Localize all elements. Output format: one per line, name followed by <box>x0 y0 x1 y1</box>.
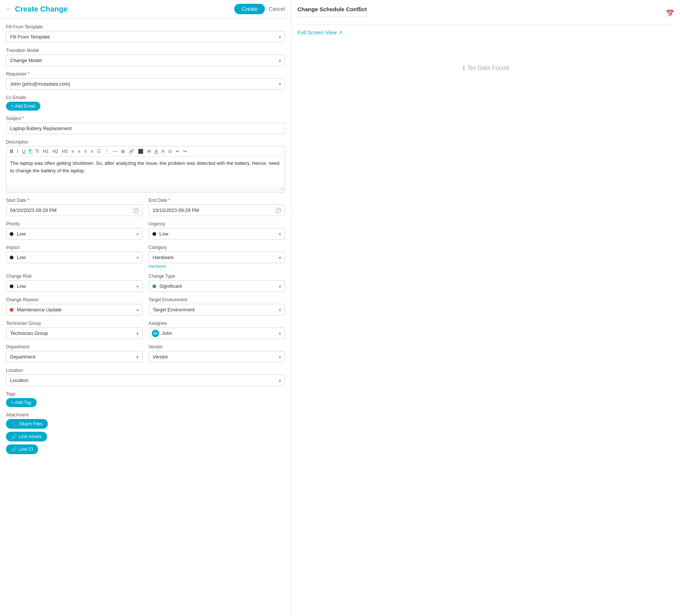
align-center-button[interactable]: ≡ <box>76 148 82 155</box>
calendar-icon[interactable]: 📅 <box>666 9 674 18</box>
assignee-group: Assignee JO John <box>149 321 285 339</box>
change-risk-select[interactable]: Low <box>6 280 143 292</box>
department-label: Department <box>6 344 143 349</box>
create-button[interactable]: Create <box>234 4 265 14</box>
underline-button[interactable]: U <box>21 148 27 155</box>
attachment-group: Attachment 📎 Attach Files 🔗 Link Assets <box>6 412 285 457</box>
technician-group-select[interactable]: Technician Group <box>6 327 143 339</box>
fullscreen-button[interactable]: ⊙ <box>167 148 173 155</box>
end-date-group: End Date * 🕐 <box>149 198 285 216</box>
tags-group: Tags + Add Tag <box>6 391 285 407</box>
priority-select[interactable]: Low <box>6 228 143 240</box>
change-reason-label: Change Reason <box>6 297 143 302</box>
undo-button[interactable]: ↩ <box>174 148 181 155</box>
link-assets-button[interactable]: 🔗 Link Assets <box>6 432 47 441</box>
redo-button[interactable]: ↪ <box>182 148 188 155</box>
add-tag-button[interactable]: + Add Tag <box>6 398 37 407</box>
transition-model-label: Transition Model <box>6 48 285 53</box>
cancel-button[interactable]: Cancel <box>269 6 285 12</box>
fullscreen-link-label: Full Screen View <box>297 30 337 36</box>
subject-label: Subject * <box>6 116 285 121</box>
link-button[interactable]: 🔗 <box>127 148 136 155</box>
email-button[interactable]: ✉ <box>146 148 152 155</box>
link-ci-button[interactable]: 🔗 Link CI <box>6 444 38 454</box>
bold-button[interactable]: B <box>9 148 15 155</box>
description-content[interactable]: The laptop was often getting shutdown. S… <box>6 157 285 187</box>
vendor-label: Vendor <box>149 344 285 349</box>
bullet-list-button[interactable]: ☷ <box>95 148 102 155</box>
vendor-group: Vendor Vendor <box>149 344 285 363</box>
no-data-text: No Data Found <box>468 65 509 71</box>
form-header: ← Create Change Create Cancel <box>0 0 291 18</box>
align-right-button[interactable]: ≡ <box>83 148 88 155</box>
change-type-select[interactable]: Significant <box>149 280 285 292</box>
impact-category-row: Impact Low Category Hardware <box>6 245 285 274</box>
start-date-input[interactable] <box>6 204 143 216</box>
paragraph-button[interactable]: ¶ <box>28 148 33 155</box>
tags-label: Tags <box>6 391 285 397</box>
technician-group-label: Technician Group <box>6 321 143 326</box>
fullscreen-link[interactable]: Full Screen View ↗ <box>297 30 343 36</box>
change-type-group: Change Type Significant <box>149 274 285 292</box>
date-row: Start Date * 🕐 End Date * 🕐 <box>6 198 285 221</box>
department-group: Department Department <box>6 344 143 363</box>
right-panel-header: Change Schedule Conflict 📅 <box>297 6 674 25</box>
table-button[interactable]: ⊞ <box>120 148 126 155</box>
priority-label: Priority <box>6 221 143 227</box>
end-date-input[interactable] <box>149 204 285 216</box>
description-editor[interactable]: B I U ¶ Tr H1 H2 H3 ≡ ≡ ≡ ≡ ☷ ⋮ <box>6 146 285 192</box>
highlight-button[interactable]: A <box>160 148 166 155</box>
no-data-message: ℹ No Data Found <box>297 64 674 72</box>
end-date-label: End Date * <box>149 198 285 203</box>
link-ci-icon: 🔗 <box>11 447 17 452</box>
subject-input[interactable] <box>6 123 285 134</box>
assignee-select[interactable]: John <box>149 327 285 339</box>
description-group: Description B I U ¶ Tr H1 H2 H3 ≡ ≡ ≡ <box>6 139 285 192</box>
impact-select[interactable]: Low <box>6 252 143 263</box>
change-reason-group: Change Reason Maintenance Update <box>6 297 143 315</box>
hr-button[interactable]: — <box>111 148 119 155</box>
vendor-select[interactable]: Vendor <box>149 351 285 363</box>
start-date-clock-icon: 🕐 <box>133 207 139 213</box>
fullscreen-link-icon: ↗ <box>338 30 343 36</box>
requester-label: Requester * <box>6 71 285 77</box>
ordered-list-button[interactable]: ⋮ <box>103 148 111 155</box>
back-button[interactable]: ← <box>6 6 12 12</box>
right-panel: Change Schedule Conflict 📅 Full Screen V… <box>291 0 680 616</box>
info-icon: ℹ <box>463 64 465 72</box>
urgency-group: Urgency Low <box>149 221 285 240</box>
fill-template-select[interactable]: Fill From Template <box>6 31 285 43</box>
priority-group: Priority Low <box>6 221 143 240</box>
font-color-button[interactable]: A <box>153 148 159 155</box>
requester-select[interactable]: John (john@motadata.com) <box>6 78 285 90</box>
category-hint: Hardware <box>149 264 285 268</box>
location-select[interactable]: Location <box>6 375 285 386</box>
change-risk-group: Change Risk Low <box>6 274 143 292</box>
h3-button[interactable]: H3 <box>61 148 69 155</box>
align-justify-button[interactable]: ≡ <box>89 148 95 155</box>
resize-handle: ⤡ <box>279 187 285 192</box>
align-left-button[interactable]: ≡ <box>70 148 75 155</box>
h2-button[interactable]: H2 <box>51 148 59 155</box>
text-button[interactable]: Tr <box>34 148 41 155</box>
add-email-button[interactable]: + Add Email <box>6 102 40 111</box>
department-select[interactable]: Department <box>6 351 143 363</box>
fill-template-group: Fill From Template Fill From Template <box>6 24 285 43</box>
subject-group: Subject * <box>6 116 285 134</box>
transition-model-select[interactable]: Change Model <box>6 55 285 66</box>
assignee-label: Assignee <box>149 321 285 326</box>
category-select[interactable]: Hardware <box>149 252 285 263</box>
category-group: Category Hardware Hardware <box>149 245 285 268</box>
attach-files-button[interactable]: 📎 Attach Files <box>6 419 48 429</box>
italic-button[interactable]: I <box>16 148 20 155</box>
target-environment-select[interactable]: Target Environment <box>149 304 285 315</box>
start-date-label: Start Date * <box>6 198 143 203</box>
link-assets-icon: 🔗 <box>11 434 17 439</box>
form-body: Fill From Template Fill From Template Tr… <box>0 18 291 468</box>
change-reason-select[interactable]: Maintenance Update <box>6 304 143 315</box>
attach-files-icon: 📎 <box>11 421 17 426</box>
urgency-select[interactable]: Low <box>149 228 285 240</box>
h1-button[interactable]: H1 <box>41 148 50 155</box>
image-button[interactable]: ⬛ <box>136 148 145 155</box>
change-type-label: Change Type <box>149 274 285 279</box>
